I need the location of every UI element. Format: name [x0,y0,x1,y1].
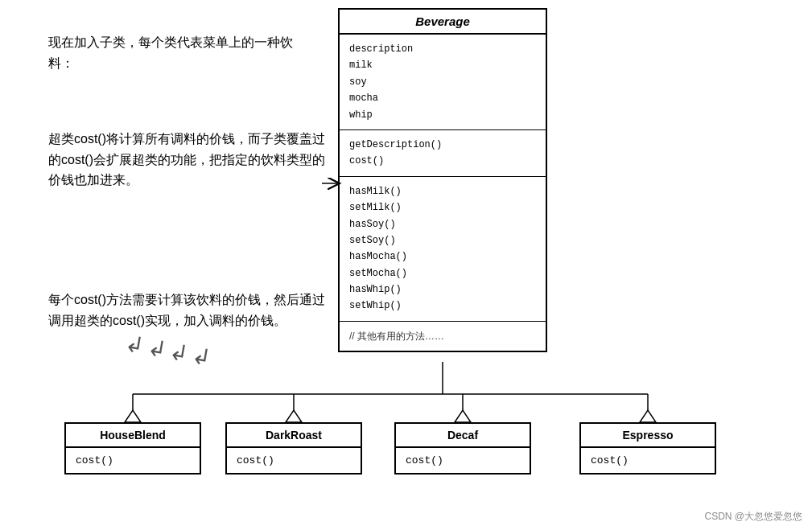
beverage-class-name: Beverage [340,10,546,35]
handwritten-arrows: ↲↲↲↲ [123,331,216,372]
espresso-methods: cost() [581,448,715,473]
decaf-methods: cost() [396,448,530,473]
svg-marker-11 [640,410,656,422]
text-block-1: 现在加入子类，每个类代表菜单上的一种饮料： [48,32,314,73]
svg-marker-8 [125,410,141,422]
decaf-class-box: Decaf cost() [394,422,531,475]
diagram-container: 现在加入子类，每个类代表菜单上的一种饮料： 超类cost()将计算所有调料的价钱… [0,0,812,530]
houseblend-methods: cost() [66,448,200,473]
beverage-fields: description milk soy mocha whip [340,35,546,130]
houseblend-name: HouseBlend [66,424,200,448]
text-block-2: 超类cost()将计算所有调料的价钱，而子类覆盖过的cost()会扩展超类的功能… [48,129,330,191]
svg-marker-9 [286,410,302,422]
decaf-name: Decaf [396,424,530,448]
svg-marker-10 [455,410,471,422]
watermark: CSDN @大忽悠爱忽悠 [704,510,802,524]
text-3: 每个cost()方法需要计算该饮料的价钱，然后通过调用超类的cost()实现，加… [48,293,325,327]
text-1: 现在加入子类，每个类代表菜单上的一种饮料： [48,35,293,70]
beverage-comment: // 其他有用的方法…… [340,322,546,351]
text-2: 超类cost()将计算所有调料的价钱，而子类覆盖过的cost()会扩展超类的功能… [48,132,325,187]
beverage-main-methods: getDescription() cost() [340,130,546,177]
espresso-name: Espresso [581,424,715,448]
text-block-3: 每个cost()方法需要计算该饮料的价钱，然后通过调用超类的cost()实现，加… [48,290,330,331]
darkroast-name: DarkRoast [227,424,361,448]
darkroast-methods: cost() [227,448,361,473]
espresso-class-box: Espresso cost() [579,422,716,475]
beverage-class-box: Beverage description milk soy mocha whip… [338,8,547,352]
darkroast-class-box: DarkRoast cost() [225,422,362,475]
beverage-accessor-methods: hasMilk() setMilk() hasSoy() setSoy() ha… [340,177,546,322]
houseblend-class-box: HouseBlend cost() [64,422,201,475]
